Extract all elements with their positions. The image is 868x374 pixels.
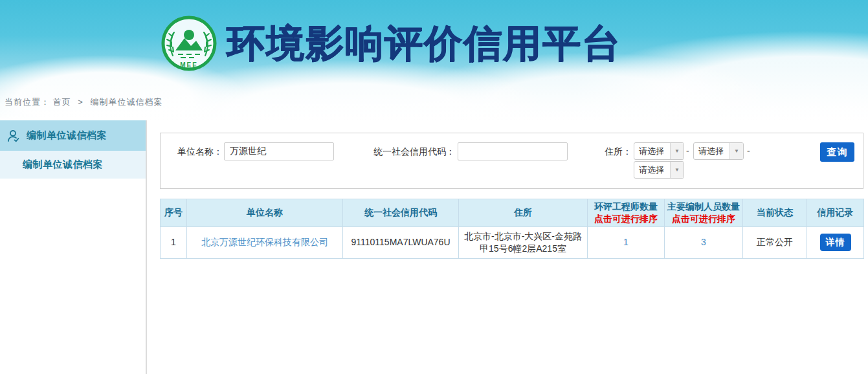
address-province-value: 请选择 <box>634 146 670 157</box>
cell-engineer-count: 1 <box>588 226 665 258</box>
address-city-select[interactable]: 请选择 ▼ <box>693 142 744 160</box>
person-check-icon <box>6 128 21 144</box>
chevron-down-icon: ▼ <box>670 143 684 159</box>
company-name-input[interactable] <box>224 142 334 160</box>
address-district-value: 请选择 <box>634 164 670 176</box>
address-dash-2: - <box>747 142 750 160</box>
col-staff-count-sort[interactable]: 主要编制人员数量 点击可进行排序 <box>665 199 743 227</box>
col-company: 单位名称 <box>187 199 343 227</box>
sort-hint: 点击可进行排序 <box>667 213 740 225</box>
breadcrumb-current: 编制单位诚信档案 <box>90 97 162 107</box>
col-address: 住所 <box>459 199 588 227</box>
col-credit-code: 统一社会信用代码 <box>343 199 459 227</box>
search-panel: 单位名称： 统一社会信用代码： 住所： 请选择 ▼ - 请选择 ▼ - 请选择 … <box>160 133 863 189</box>
sidebar-item-credit-archive[interactable]: 编制单位诚信档案 <box>0 151 146 179</box>
cell-company: 北京万源世纪环保科技有限公司 <box>187 226 343 258</box>
address-dash-1: - <box>686 142 689 160</box>
chevron-down-icon: ▼ <box>670 162 684 178</box>
address-city-value: 请选择 <box>694 146 729 157</box>
chevron-down-icon: ▼ <box>729 143 743 159</box>
col-staff-count-label: 主要编制人员数量 <box>667 201 740 213</box>
address-province-select[interactable]: 请选择 ▼ <box>634 142 684 160</box>
credit-code-label: 统一社会信用代码： <box>355 142 455 160</box>
credit-code-input[interactable] <box>458 142 568 160</box>
cell-index: 1 <box>161 226 187 258</box>
sidebar-item-label: 编制单位诚信档案 <box>23 159 103 171</box>
table-header-row: 序号 单位名称 统一社会信用代码 住所 环评工程师数量 点击可进行排序 主要编制… <box>161 199 864 227</box>
sidebar: 编制单位诚信档案 编制单位诚信档案 <box>0 120 147 374</box>
cell-credit-code: 91110115MA7LWUA76U <box>343 226 459 258</box>
cell-credit-record: 详情 <box>807 226 864 258</box>
breadcrumb-prefix: 当前位置： <box>5 97 50 107</box>
header-banner: MEE 环境影响评价信用平台 当前位置： 首页 > 编制单位诚信档案 <box>0 0 868 120</box>
breadcrumb-separator: > <box>78 97 83 107</box>
breadcrumb: 当前位置： 首页 > 编制单位诚信档案 <box>5 96 162 108</box>
company-detail-link[interactable]: 北京万源世纪环保科技有限公司 <box>201 237 328 247</box>
col-status: 当前状态 <box>743 199 807 227</box>
cell-address: 北京市-北京市-大兴区-金苑路甲15号6幢2层A215室 <box>459 226 588 258</box>
company-name-label: 单位名称： <box>170 142 223 160</box>
query-button[interactable]: 查询 <box>820 142 854 162</box>
site-title: 环境影响评价信用平台 <box>227 18 621 70</box>
sort-hint: 点击可进行排序 <box>590 213 662 225</box>
sidebar-section-credit-archive[interactable]: 编制单位诚信档案 <box>0 120 146 151</box>
col-engineer-count-sort[interactable]: 环评工程师数量 点击可进行排序 <box>588 199 665 227</box>
cell-status: 正常公开 <box>743 226 807 258</box>
table-row: 1 北京万源世纪环保科技有限公司 91110115MA7LWUA76U 北京市-… <box>161 226 864 258</box>
col-engineer-count-label: 环评工程师数量 <box>590 201 662 213</box>
address-district-select[interactable]: 请选择 ▼ <box>634 161 684 179</box>
logo-text: MEE <box>180 61 198 69</box>
sidebar-section-label: 编制单位诚信档案 <box>27 129 107 142</box>
detail-button[interactable]: 详情 <box>820 234 851 251</box>
logo-sun-icon <box>184 30 194 40</box>
address-label: 住所： <box>580 142 632 160</box>
col-credit-record: 信用记录 <box>807 199 864 227</box>
col-index: 序号 <box>161 199 187 227</box>
breadcrumb-home-link[interactable]: 首页 <box>53 97 71 107</box>
mee-logo: MEE <box>161 14 217 72</box>
cell-staff-count: 3 <box>665 226 743 258</box>
results-table: 序号 单位名称 统一社会信用代码 住所 环评工程师数量 点击可进行排序 主要编制… <box>160 199 864 259</box>
engineer-count-link[interactable]: 1 <box>623 237 629 247</box>
staff-count-link[interactable]: 3 <box>701 237 706 247</box>
